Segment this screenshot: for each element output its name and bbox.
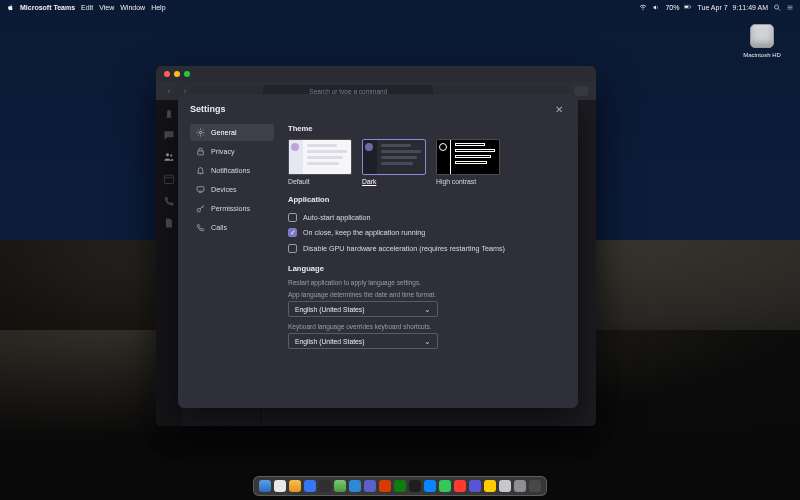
svg-rect-2 [685, 6, 689, 8]
settings-nav-label: Permissions [211, 204, 250, 213]
svg-point-4 [775, 5, 779, 9]
keyboard-language-select[interactable]: English (United States) ⌄ [288, 333, 438, 349]
volume-icon[interactable] [652, 3, 660, 11]
theme-option-default[interactable]: Default [288, 139, 352, 185]
window-titlebar[interactable] [156, 66, 596, 82]
theme-preview-default [288, 139, 352, 175]
hard-drive-icon [750, 24, 774, 48]
svg-rect-15 [197, 187, 204, 192]
control-center-icon[interactable] [786, 3, 794, 11]
settings-dialog: Settings ✕ General Privacy Notifications… [178, 94, 578, 408]
svg-line-5 [778, 8, 780, 10]
checkbox-label: Disable GPU hardware acceleration (requi… [303, 244, 505, 253]
desktop-icon-macintosh-hd[interactable]: Macintosh HD [740, 24, 784, 58]
settings-nav-label: Notifications [211, 166, 250, 175]
zoom-icon[interactable] [184, 71, 190, 77]
checkbox-disable-gpu[interactable]: Disable GPU hardware acceleration (requi… [288, 244, 566, 253]
dock-app[interactable] [529, 480, 541, 492]
theme-section-title: Theme [288, 124, 566, 133]
dock-app[interactable] [469, 480, 481, 492]
settings-nav-calls[interactable]: Calls [190, 219, 274, 236]
apple-menu-icon[interactable] [6, 3, 14, 11]
menubar-time[interactable]: 9:11:49 AM [733, 4, 768, 11]
dock-app[interactable] [454, 480, 466, 492]
svg-point-13 [199, 131, 201, 133]
theme-preview-high-contrast [436, 139, 500, 175]
gear-icon [196, 128, 205, 137]
macos-menubar: Microsoft Teams Edit View Window Help 70… [0, 0, 800, 14]
svg-rect-3 [691, 6, 692, 7]
dock-app[interactable] [259, 480, 271, 492]
close-icon[interactable] [164, 71, 170, 77]
theme-label: Default [288, 178, 352, 185]
settings-nav-label: Devices [211, 185, 237, 194]
dock-app[interactable] [394, 480, 406, 492]
svg-line-19 [202, 207, 203, 208]
bell-icon [196, 166, 205, 175]
select-value: English (United States) [295, 306, 365, 313]
back-button[interactable]: ‹ [164, 86, 174, 96]
menubar-item-view[interactable]: View [99, 4, 114, 11]
dock-app[interactable] [379, 480, 391, 492]
theme-option-high-contrast[interactable]: High contrast [436, 139, 500, 185]
settings-nav-general[interactable]: General [190, 124, 274, 141]
dock-app[interactable] [319, 480, 331, 492]
dock-app[interactable] [484, 480, 496, 492]
dock-app[interactable] [334, 480, 346, 492]
settings-nav-label: General [211, 128, 237, 137]
checkbox-keep-running[interactable]: ✓ On close, keep the application running [288, 228, 566, 237]
svg-line-18 [200, 205, 204, 209]
dock-app[interactable] [349, 480, 361, 492]
battery-icon [684, 3, 692, 11]
settings-nav: General Privacy Notifications Devices Pe… [190, 124, 274, 396]
dock-app[interactable] [439, 480, 451, 492]
checkbox-label: Auto-start application [303, 213, 371, 222]
dock-app[interactable] [274, 480, 286, 492]
dock-app[interactable] [364, 480, 376, 492]
settings-nav-label: Privacy [211, 147, 235, 156]
settings-content: Theme Default [288, 124, 566, 396]
minimize-icon[interactable] [174, 71, 180, 77]
chevron-down-icon: ⌄ [424, 305, 431, 314]
settings-nav-permissions[interactable]: Permissions [190, 200, 274, 217]
app-language-select[interactable]: English (United States) ⌄ [288, 301, 438, 317]
theme-preview-dark [362, 139, 426, 175]
menubar-app-name[interactable]: Microsoft Teams [20, 4, 75, 11]
app-language-label: App language determines the date and tim… [288, 291, 566, 298]
phone-icon [196, 223, 205, 232]
keyboard-language-label: Keyboard language overrides keyboard sho… [288, 323, 566, 330]
battery-percent: 70% [665, 4, 679, 11]
menubar-item-help[interactable]: Help [151, 4, 165, 11]
settings-nav-devices[interactable]: Devices [190, 181, 274, 198]
menubar-status: 70% Tue Apr 7 9:11:49 AM [639, 3, 794, 11]
dock[interactable] [253, 476, 547, 496]
checkbox-auto-start[interactable]: Auto-start application [288, 213, 566, 222]
dock-app[interactable] [409, 480, 421, 492]
dock-app[interactable] [424, 480, 436, 492]
checkbox-icon [288, 244, 297, 253]
traffic-lights[interactable] [164, 71, 190, 77]
theme-option-dark[interactable]: Dark [362, 139, 426, 185]
checkbox-icon [288, 213, 297, 222]
menubar-item-window[interactable]: Window [120, 4, 145, 11]
settings-nav-notifications[interactable]: Notifications [190, 162, 274, 179]
wifi-icon[interactable] [639, 3, 647, 11]
select-value: English (United States) [295, 338, 365, 345]
dock-app[interactable] [499, 480, 511, 492]
dock-app[interactable] [514, 480, 526, 492]
key-icon [196, 204, 205, 213]
menubar-item-edit[interactable]: Edit [81, 4, 93, 11]
dock-app[interactable] [304, 480, 316, 492]
spotlight-icon[interactable] [773, 3, 781, 11]
close-button[interactable]: ✕ [552, 102, 566, 116]
menubar-date[interactable]: Tue Apr 7 [697, 4, 727, 11]
language-section-title: Language [288, 264, 566, 273]
checkbox-icon: ✓ [288, 228, 297, 237]
chevron-down-icon: ⌄ [424, 337, 431, 346]
svg-point-0 [643, 9, 644, 10]
settings-nav-label: Calls [211, 223, 227, 232]
language-restart-note: Restart application to apply language se… [288, 279, 566, 286]
dock-app[interactable] [289, 480, 301, 492]
settings-nav-privacy[interactable]: Privacy [190, 143, 274, 160]
desktop-icon-label: Macintosh HD [740, 52, 784, 58]
